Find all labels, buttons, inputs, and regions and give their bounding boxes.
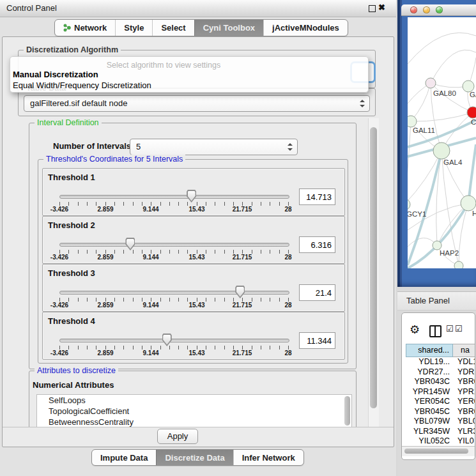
threshold-4-slider[interactable] — [59, 339, 289, 342]
svg-text:GCY1: GCY1 — [408, 210, 426, 218]
attributes-group: Attributes to discretize Numerical Attri… — [29, 371, 357, 427]
threshold-1-value-field[interactable]: 14.713 — [299, 188, 335, 205]
threshold-2-value-field[interactable]: 6.316 — [299, 236, 335, 253]
svg-text:GA: GA — [470, 91, 476, 98]
table-row[interactable]: YBR043CYBR0 — [406, 377, 475, 387]
threshold-3-title: Threshold 3 — [48, 268, 95, 278]
column-header-name[interactable]: na — [453, 344, 475, 357]
tick-label: -3.426 — [40, 254, 79, 261]
list-item-betweennesscentrality[interactable]: BetweennessCentrality — [37, 417, 351, 427]
minimize-traffic-light[interactable] — [423, 6, 430, 13]
tab-network[interactable]: Network — [55, 20, 115, 36]
tick-label: 2.859 — [86, 349, 125, 357]
checkbox-icon[interactable]: ☑ — [446, 324, 454, 334]
table-row[interactable]: YBL079WYBL0 — [406, 417, 475, 427]
algorithm-dropdown-popup: Select algorithm to view settings Manual… — [10, 56, 369, 93]
number-of-intervals-label: Number of Intervals — [53, 141, 131, 151]
table-rows: YDL19...YDL1 YDR27...YDR2 YBR043CYBR0 YP… — [406, 357, 475, 447]
close-icon[interactable]: ✖ — [378, 3, 385, 12]
interval-definition-group: Interval Definition Number of Intervals … — [29, 123, 357, 369]
divider — [3, 427, 394, 427]
threshold-2-slider[interactable] — [59, 243, 289, 247]
table-panel-title: Table Panel — [406, 296, 450, 305]
tick-label: 28 — [269, 349, 307, 357]
network-canvas[interactable]: GAL80GACGAL11GAL4GCY1HHAP2 — [408, 17, 476, 268]
tick-label: 21.715 — [223, 302, 261, 309]
apply-button[interactable]: Apply — [157, 429, 198, 444]
tick-label: -3.426 — [40, 302, 79, 309]
zoom-traffic-light[interactable] — [436, 6, 443, 13]
combo-stepper-icon — [288, 143, 293, 151]
tick-label: 2.859 — [86, 206, 125, 213]
tab-select[interactable]: Select — [152, 20, 194, 36]
tick-label: 28 — [269, 302, 307, 309]
checkbox-icon[interactable]: ☑ — [455, 324, 463, 334]
threshold-2-box: Threshold 2 -3.426 2.859 9.144 15.43 21.… — [42, 216, 345, 264]
list-item-topologicalcoefficient[interactable]: TopologicalCoefficient — [37, 406, 351, 417]
list-scrollbar[interactable] — [344, 396, 350, 426]
tab-discretize-data[interactable]: Discretize Data — [156, 450, 233, 465]
threshold-1-slider-thumb[interactable] — [187, 190, 196, 203]
top-tab-bar: Network Style Select Cyni Toolbox jActiv… — [54, 19, 348, 36]
threshold-1-title: Threshold 1 — [48, 173, 95, 182]
tick-label: 15.43 — [178, 302, 216, 309]
column-header-shared[interactable]: shared... — [406, 344, 453, 357]
threshold-1-slider[interactable] — [59, 195, 289, 199]
threshold-4-value-field[interactable]: 11.344 — [299, 332, 335, 349]
settings-scroll-area: Interval Definition Number of Intervals … — [3, 118, 386, 427]
tick-label: 28 — [269, 206, 307, 213]
tab-style[interactable]: Style — [115, 20, 152, 36]
table-row[interactable]: YPR145WYPR1 — [406, 387, 475, 397]
threshold-3-value-field[interactable]: 21.4 — [299, 284, 335, 301]
tick-label: 21.715 — [223, 206, 261, 213]
tick-label: -3.426 — [40, 206, 79, 213]
table-row[interactable]: YBR045CYBR0 — [406, 407, 475, 417]
menu-item-equal-width-frequency[interactable]: Equal Width/Frequency Discretization — [13, 81, 151, 90]
control-panel: Control Panel ✖ Network Style Select Cyn… — [0, 0, 396, 476]
table-row[interactable]: YDR27...YDR2 — [406, 367, 475, 378]
column-view-icon[interactable] — [429, 325, 441, 337]
float-window-icon[interactable] — [369, 5, 376, 12]
attributes-group-label: Attributes to discretize — [35, 366, 118, 375]
discretization-algorithm-label: Discretization Algorithm — [24, 45, 121, 54]
number-of-intervals-value: 5 — [136, 139, 141, 154]
table-row[interactable]: YER054CYER0 — [406, 397, 475, 407]
bottom-tab-bar: Impute Data Discretize Data Infer Networ… — [91, 449, 304, 466]
table-row[interactable]: YIL052CYIL0 — [406, 436, 475, 447]
list-item-selfloops[interactable]: SelfLoops — [37, 395, 351, 406]
scrollbar-thumb[interactable] — [370, 127, 377, 408]
threshold-3-slider-thumb[interactable] — [235, 286, 245, 298]
table-header-row: shared... na — [406, 344, 475, 357]
threshold-4-slider-thumb[interactable] — [162, 334, 172, 346]
tick-label: 15.43 — [178, 349, 216, 357]
tick-label: 15.43 — [178, 206, 216, 213]
table-data-combo[interactable]: galFiltered.sif default node — [24, 95, 370, 112]
scrollbar-thumb[interactable] — [404, 449, 468, 454]
gear-icon[interactable]: ⚙ — [410, 324, 420, 335]
network-icon — [63, 24, 71, 32]
control-panel-titlebar: Control Panel ✖ — [0, 0, 396, 17]
menu-item-manual-discretization[interactable]: Manual Discretization — [13, 70, 98, 79]
svg-text:C: C — [471, 118, 476, 126]
tab-jactivemnodules[interactable]: jActiveMNodules — [263, 20, 348, 36]
close-traffic-light[interactable] — [410, 6, 417, 13]
table-row[interactable]: YLR345WYLR3 — [406, 427, 475, 437]
tab-impute-data[interactable]: Impute Data — [92, 450, 156, 465]
threshold-3-slider[interactable] — [59, 291, 289, 295]
table-data-combo-value: galFiltered.sif default node — [30, 96, 127, 111]
panel-title: Control Panel — [6, 3, 57, 13]
number-of-intervals-combo[interactable]: 5 — [130, 139, 298, 155]
table-row[interactable]: YDL19...YDL1 — [406, 357, 475, 367]
settings-scrollbar[interactable] — [368, 118, 379, 427]
svg-text:GAL80: GAL80 — [433, 89, 456, 97]
thresholds-group: Threshold's Coordinates for 5 Intervals … — [38, 159, 348, 364]
screen: Control Panel ✖ Network Style Select Cyn… — [0, 0, 476, 476]
tab-cyni-toolbox[interactable]: Cyni Toolbox — [194, 20, 263, 36]
threshold-2-slider-thumb[interactable] — [125, 238, 135, 250]
tick-label: 9.144 — [132, 254, 170, 261]
tab-infer-network[interactable]: Infer Network — [233, 450, 303, 465]
table-horizontal-scrollbar[interactable] — [402, 446, 475, 456]
tick-label: 2.859 — [86, 254, 125, 261]
svg-text:GAL4: GAL4 — [443, 158, 463, 166]
threshold-2-title: Threshold 2 — [48, 220, 95, 230]
